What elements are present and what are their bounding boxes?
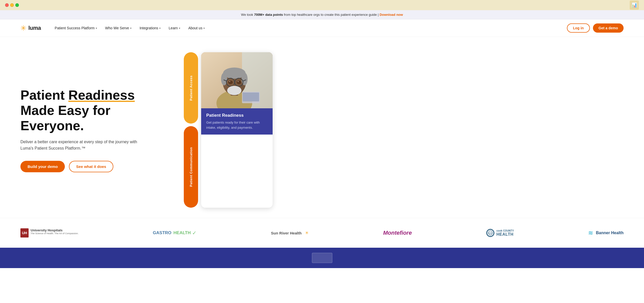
cook-county-label: cook COUNTY: [496, 229, 514, 232]
person-illustration: [201, 52, 273, 108]
pill-column: Patient Access Patient Communication: [184, 52, 198, 208]
bottom-cta-hint: [312, 253, 332, 263]
nav-item-who-we-serve[interactable]: Who We Serve ▾: [102, 24, 135, 32]
uh-badge-icon: UH: [20, 228, 29, 238]
nav-item-patient-success-platform[interactable]: Patient Success Platform ▾: [51, 24, 100, 32]
patient-access-pill[interactable]: Patient Access: [184, 52, 198, 124]
gastro-check-icon: ✓: [192, 230, 197, 236]
logo-star-icon: ✳: [20, 24, 26, 32]
window-chrome: 📊: [0, 0, 644, 10]
logo-sun-river-health: Sun River Health ☀: [271, 230, 309, 236]
hero-card-body: Patient Readiness Get patients ready for…: [201, 108, 273, 135]
svg-point-14: [237, 81, 241, 84]
banner-text-before: We took: [241, 13, 254, 17]
chevron-down-icon: ▾: [179, 27, 180, 30]
logos-row: UH University Hospitals The Science of H…: [20, 228, 624, 238]
hero-card-description: Get patients ready for their care with i…: [206, 120, 268, 130]
hero-buttons: Build your demo See what it does: [20, 161, 168, 172]
svg-point-18: [227, 86, 241, 95]
uh-name: University Hospitals: [31, 228, 78, 232]
announcement-banner: We took 700M+ data points from top healt…: [0, 10, 644, 19]
nav-items: Patient Success Platform ▾ Who We Serve …: [51, 24, 567, 32]
svg-text:CC: CC: [489, 232, 492, 234]
svg-point-15: [229, 81, 230, 82]
montefiore-name: Montefiore: [383, 230, 412, 236]
svg-point-7: [241, 73, 248, 85]
svg-point-13: [228, 81, 233, 84]
nav-item-integrations[interactable]: Integrations ▾: [136, 24, 164, 32]
chevron-down-icon: ▾: [96, 27, 97, 30]
nav-item-about-us[interactable]: About us ▾: [185, 24, 208, 32]
logo-text: luma: [28, 25, 41, 31]
logo-gastro-health: GASTRO HEALTH ✓: [153, 230, 197, 236]
cook-county-emblem-icon: CC: [486, 229, 494, 237]
sunriver-name: Sun River Health: [271, 231, 302, 235]
chevron-down-icon: ▾: [203, 27, 205, 30]
logo-montefiore: Montefiore: [383, 230, 412, 236]
chevron-down-icon: ▾: [130, 27, 131, 30]
svg-rect-20: [243, 93, 259, 101]
get-demo-button[interactable]: Get a demo: [593, 23, 624, 33]
logo-university-hospitals: UH University Hospitals The Science of H…: [20, 228, 78, 238]
uh-tagline: The Science of Health. The Art of Compas…: [31, 232, 78, 235]
login-button[interactable]: Log in: [567, 23, 590, 33]
nav-actions: Log in Get a demo: [567, 23, 624, 33]
hero-title-underline: Readiness: [68, 88, 135, 102]
patient-communication-pill[interactable]: Patient Communication: [184, 126, 198, 208]
hero-content: Patient Readiness Made Easy for Everyone…: [20, 88, 168, 172]
nav-item-learn[interactable]: Learn ▾: [165, 24, 184, 32]
sunriver-sun-icon: ☀: [305, 230, 309, 236]
hero-card-image: [201, 52, 273, 108]
hero-card: Patient Readiness Get patients ready for…: [201, 52, 273, 208]
hero-subtitle: Deliver a better care experience at ever…: [20, 139, 143, 152]
build-demo-button[interactable]: Build your demo: [20, 161, 65, 172]
window-buttons: [5, 3, 19, 7]
logo-banner-health: ≋ Banner Health: [588, 229, 623, 236]
hero-title: Patient Readiness Made Easy for Everyone…: [20, 88, 168, 133]
logo-link[interactable]: ✳ luma: [20, 24, 41, 32]
hero-card-title: Patient Readiness: [206, 113, 268, 118]
svg-point-16: [238, 81, 239, 82]
gastro-text: GASTRO: [153, 230, 172, 235]
main-nav: ✳ luma Patient Success Platform ▾ Who We…: [0, 19, 644, 37]
banner-download-link[interactable]: Download now: [380, 13, 403, 17]
banner-text-after: from top healthcare orgs to create this …: [283, 13, 379, 17]
hero-visual: Patient Access Patient Communication: [184, 52, 273, 208]
banner-health-name: Banner Health: [596, 231, 623, 235]
minimize-window-button[interactable]: [10, 3, 14, 7]
taskbar-chart-icon[interactable]: 📊: [630, 1, 639, 10]
see-what-it-does-button[interactable]: See what it does: [69, 161, 113, 172]
hero-title-part2: Made Easy for Everyone.: [20, 103, 111, 133]
hero-section: Patient Readiness Made Easy for Everyone…: [0, 37, 644, 218]
hero-title-part1: Patient: [20, 88, 68, 102]
chevron-down-icon: ▾: [159, 27, 161, 30]
maximize-window-button[interactable]: [15, 3, 19, 7]
banner-bold-text: 700M+ data points: [254, 13, 283, 17]
banner-wave-icon: ≋: [588, 229, 593, 236]
bottom-section: [0, 248, 644, 268]
logo-cook-county-health: CC cook COUNTY HEALTH: [486, 229, 514, 237]
close-window-button[interactable]: [5, 3, 9, 7]
cook-health-label: HEALTH: [496, 232, 514, 237]
logos-section: UH University Hospitals The Science of H…: [0, 218, 644, 248]
